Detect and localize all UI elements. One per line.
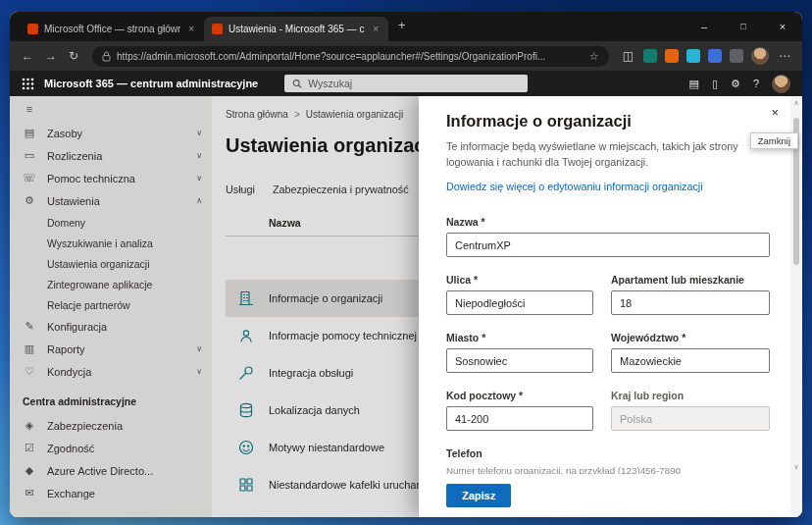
phone-helper: Numer telefonu organizacji, na przykład … [446,465,770,474]
close-tooltip: Zamknij [750,132,798,149]
sidebar-item-ustawienia[interactable]: ⚙ Ustawienia ∧ [10,189,212,212]
hamburger-icon[interactable]: ≡ [23,103,36,115]
app-title: Microsoft 365 — centrum administracyjne [44,78,258,89]
sidebar-item-zabezpieczenia[interactable]: ◈ Zabezpieczenia [10,414,212,437]
tiles-icon [236,475,256,495]
close-window-button[interactable]: × [763,12,802,41]
security-icon: ◈ [23,419,36,432]
apartment-label: Apartament lub mieszkanie [611,274,770,286]
state-label: Województwo * [611,332,770,343]
zip-field[interactable] [446,406,593,431]
save-button[interactable]: Zapisz [446,484,511,507]
country-field [611,406,770,431]
admin-header: Microsoft 365 — centrum administracyjne … [10,71,802,96]
chevron-down-icon: ∨ [196,151,202,160]
tab-zabezpieczenia-i-prywatnosc[interactable]: Zabezpieczenia i prywatność [273,184,409,203]
organization-info-panel: × Zamknij Informacje o organizacji Te in… [419,96,802,517]
sidebar-section-title: Centra administracyjne [10,383,212,414]
tab-close-icon[interactable]: × [371,24,381,34]
compliance-icon: ☑ [23,442,36,454]
extension-icon-5[interactable] [730,49,743,63]
sidebar-item-zintegrowane-aplikacje[interactable]: Zintegrowane aplikacje [10,274,212,294]
setup-icon: ✎ [23,320,36,333]
chevron-down-icon: ∨ [196,129,202,137]
scroll-down-icon[interactable]: ∨ [790,463,802,471]
browser-menu-icon[interactable]: ⋯ [777,49,792,63]
sidebar-item-azure-ad[interactable]: ◆ Azure Active Directo... [10,459,212,482]
sidebar-item-raporty[interactable]: ▥ Raporty ∨ [10,338,212,360]
admin-favicon [212,24,223,34]
desktop-wallpaper: Microsoft Office — strona główn × Ustawi… [0,0,812,525]
learn-more-link[interactable]: Dowiedz się więcej o edytowaniu informac… [446,181,761,192]
tab-close-icon[interactable]: × [186,24,196,34]
window-controls: – □ × [685,12,802,41]
sidebar-item-konfiguracja[interactable]: ✎ Konfiguracja [10,315,212,338]
sidebar-item-zgodnosc[interactable]: ☑ Zgodność [10,437,212,459]
browser-tab-office[interactable]: Microsoft Office — strona główn × [20,17,204,41]
city-field[interactable] [446,348,593,373]
browser-profile-avatar[interactable] [751,47,769,65]
split-screen-icon[interactable]: ◫ [621,49,635,63]
minimize-button[interactable]: – [685,12,724,41]
favorites-icon[interactable]: ☆ [589,50,599,63]
close-icon[interactable]: × [771,105,779,120]
sidebar-item-wyszukiwanie-i-analiza[interactable]: Wyszukiwanie i analiza [10,233,212,253]
browser-tab-admin-active[interactable]: Ustawienia - Microsoft 365 — c... × [204,17,388,41]
smiley-icon [236,438,256,457]
gear-icon[interactable]: ⚙ [731,78,740,90]
breadcrumb-home-link[interactable]: Strona główna [226,109,288,120]
support-person-icon [236,326,256,345]
sidebar-item-pomoc-techniczna[interactable]: ☏ Pomoc techniczna ∨ [10,167,212,189]
street-label: Ulica * [446,274,593,286]
search-input[interactable] [308,78,520,89]
sidebar-item-zasoby[interactable]: ▤ Zasoby ∨ [10,122,212,144]
sidebar-item-kondycja[interactable]: ♡ Kondycja ∨ [10,360,212,383]
account-avatar[interactable] [772,75,790,93]
state-field[interactable] [611,348,770,373]
support-icon: ☏ [23,172,36,184]
extension-icon-1[interactable] [643,49,657,63]
street-field[interactable] [446,290,593,315]
app-launcher-icon[interactable] [22,78,34,90]
chevron-down-icon: ∨ [196,367,202,376]
phone-label: Telefon [446,447,770,459]
refresh-button[interactable]: ↻ [67,49,80,63]
lock-icon [102,51,111,62]
breadcrumb-current: Ustawienia organizacji [306,109,404,120]
extension-icon-2[interactable] [665,49,679,63]
maximize-button[interactable]: □ [724,12,763,41]
search-icon [292,79,302,89]
tab-uslugi[interactable]: Usługi [226,184,255,203]
forward-button[interactable]: → [43,49,59,63]
extension-icon-3[interactable] [686,49,700,63]
name-field[interactable] [446,233,770,257]
address-bar[interactable]: https://admin.microsoft.com/Adminportal/… [92,46,609,67]
scroll-up-icon[interactable]: ∧ [790,99,802,107]
panel-scrollbar[interactable]: ∧ ∨ [790,96,802,517]
exchange-icon: ✉ [23,487,36,499]
reports-icon: ▥ [23,342,36,355]
sidebar-item-relacje-partnerow[interactable]: Relacje partnerów [10,294,212,315]
tab-title: Microsoft Office — strona główn [44,24,180,34]
zip-label: Kod pocztowy * [446,390,593,401]
panel-title: Informacje o organizacji [446,112,761,131]
tasks-icon[interactable]: ▤ [689,78,699,90]
content-area: ≡ ▤ Zasoby ∨ ▭ Rozliczenia ∨ ☏ Pomoc tec… [10,96,802,517]
sidebar-item-exchange[interactable]: ✉ Exchange [10,482,212,504]
help-icon[interactable]: ? [753,78,759,89]
admin-search[interactable] [284,75,528,92]
wrench-icon [236,363,256,383]
sidebar-item-domeny[interactable]: Domeny [10,212,212,233]
document-icon[interactable]: ▯ [712,78,718,90]
chevron-down-icon: ∨ [196,174,202,183]
panel-body: Informacje o organizacji Te informacje b… [419,96,790,474]
sidebar-item-rozliczenia[interactable]: ▭ Rozliczenia ∨ [10,144,212,167]
new-tab-button[interactable]: + [398,18,406,32]
sidebar-item-ustawienia-organizacji[interactable]: Ustawienia organizacji [10,253,212,274]
azure-ad-icon: ◆ [23,464,36,477]
back-button[interactable]: ← [20,49,35,63]
breadcrumb-separator: > [294,109,300,120]
apartment-field[interactable] [611,290,770,315]
extension-icon-4[interactable] [708,49,722,63]
organization-form: Nazwa * Ulica * Apartament lub mieszkani… [446,216,770,474]
